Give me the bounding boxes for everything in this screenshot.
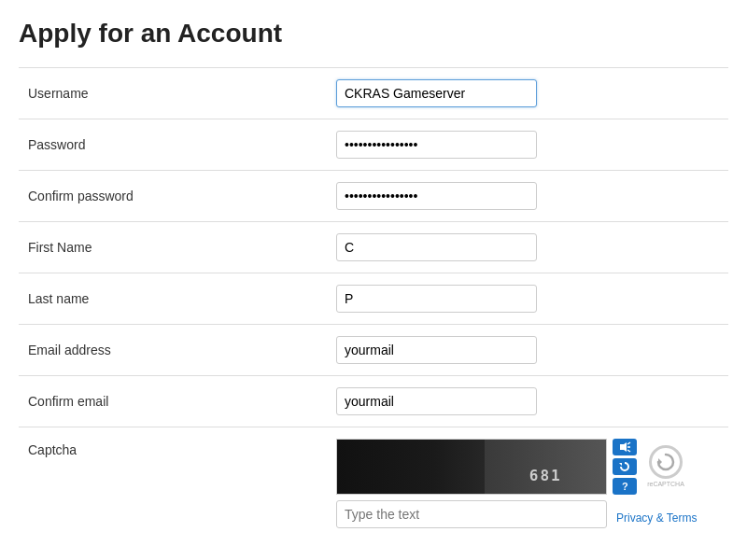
captcha-refresh-btn[interactable] (613, 458, 637, 475)
confirm-password-input[interactable] (336, 182, 537, 210)
last-name-input[interactable] (336, 285, 537, 313)
username-input[interactable] (336, 79, 537, 107)
last-name-label: Last name (19, 291, 336, 306)
first-name-input[interactable] (336, 233, 537, 261)
captcha-label: Captcha (19, 439, 336, 457)
confirm-email-input[interactable] (336, 387, 537, 415)
confirm-email-row: Confirm email (19, 375, 728, 427)
first-name-row: First Name (19, 221, 728, 273)
page-title: Apply for an Account (19, 19, 728, 49)
email-row: Email address (19, 324, 728, 375)
captcha-row: Captcha 681 681 (19, 427, 728, 539)
captcha-audio-btn[interactable] (613, 439, 637, 455)
svg-text:?: ? (622, 481, 628, 492)
svg-line-3 (627, 450, 630, 452)
password-row: Password (19, 119, 728, 170)
password-label: Password (19, 137, 336, 152)
svg-marker-6 (658, 458, 662, 466)
account-form: Username Password Confirm password First… (19, 67, 728, 539)
captcha-buttons: ? (613, 439, 637, 495)
email-label: Email address (19, 343, 336, 357)
recaptcha-logo: reCAPTCHA (642, 445, 689, 488)
last-name-row: Last name (19, 273, 728, 324)
svg-marker-4 (619, 463, 622, 466)
recaptcha-circle (649, 445, 683, 479)
captcha-top: 681 681 (336, 439, 697, 495)
username-row: Username (19, 67, 728, 119)
username-label: Username (19, 86, 336, 101)
confirm-email-label: Confirm email (19, 394, 336, 409)
confirm-password-row: Confirm password (19, 170, 728, 221)
captcha-text-input[interactable] (336, 500, 607, 528)
email-input[interactable] (336, 336, 537, 364)
recaptcha-text: reCAPTCHA (647, 481, 684, 488)
confirm-password-label: Confirm password (19, 189, 336, 203)
svg-line-1 (627, 442, 630, 444)
captcha-image: 681 681 (336, 439, 607, 495)
privacy-link[interactable]: Privacy & Terms (616, 511, 697, 528)
svg-marker-0 (620, 442, 627, 452)
captcha-bottom-row: Privacy & Terms (336, 500, 697, 528)
captcha-content: 681 681 (336, 439, 697, 528)
password-input[interactable] (336, 131, 537, 159)
captcha-help-btn[interactable]: ? (613, 478, 637, 495)
first-name-label: First Name (19, 240, 336, 255)
